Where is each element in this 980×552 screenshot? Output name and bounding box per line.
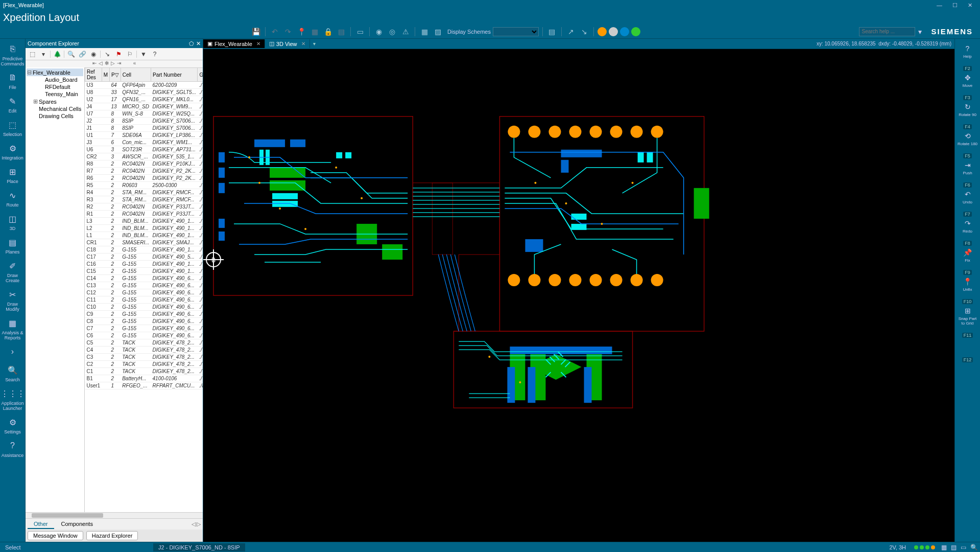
tb-search-icon[interactable]: 🔍 — [66, 50, 76, 59]
undo-icon[interactable]: ↶ — [269, 26, 280, 37]
scroll-thumb[interactable] — [32, 513, 103, 518]
maximize-button[interactable]: ☐ — [950, 2, 960, 9]
table-row[interactable]: L22IND_BLM...DIGIKEY_490_1..../ — [85, 225, 203, 232]
doc-tab-close-icon[interactable]: ✕ — [301, 41, 305, 47]
table-row[interactable]: B12BatteryH...4100-0106./ — [85, 375, 203, 382]
status-layer-icon[interactable]: ▤ — [949, 544, 959, 551]
leftrail-item-6[interactable]: ∿Route — [1, 187, 25, 210]
highlight-icon[interactable]: ◉ — [373, 26, 385, 37]
pcb-canvas[interactable]: B — [203, 49, 954, 542]
bottom-tab[interactable]: Message Window — [28, 531, 83, 540]
tb-flag-icon[interactable]: ⚑ — [114, 50, 123, 59]
tree-expand-icon[interactable]: ⊟ — [27, 69, 32, 76]
table-row[interactable]: C112G-155DIGIKEY_490_6..../Teens — [85, 296, 203, 304]
pin-icon[interactable]: 📍 — [296, 26, 307, 37]
rightrail-item-4[interactable]: F5⇥Push — [955, 151, 980, 177]
table-row[interactable]: C72G-155DIGIKEY_490_6..../Teens — [85, 325, 203, 332]
nav-first-icon[interactable]: ⇤ — [92, 60, 97, 67]
table-row[interactable]: R72RC0402NDIGIKEY_P2_2K..../ — [85, 168, 203, 175]
grid-icon[interactable]: ▦ — [309, 26, 320, 37]
table-row[interactable]: R32STA_RM...DIGIKEY_RMCF..../Teens — [85, 196, 203, 203]
filter-icon[interactable]: ◎ — [387, 26, 398, 37]
search-input[interactable] — [859, 27, 915, 36]
explorer-tab[interactable]: Components — [55, 520, 99, 529]
leftrail-item-7[interactable]: ◫3D — [1, 211, 25, 233]
col-header[interactable]: Group — [198, 68, 203, 82]
tb-goto-icon[interactable]: ↘ — [103, 50, 112, 59]
minimize-button[interactable]: — — [934, 2, 945, 9]
tab-next-icon[interactable]: ▷ — [197, 521, 201, 527]
rightrail-item-10[interactable]: F11 — [955, 331, 980, 352]
table-row[interactable]: L12IND_BLM...DIGIKEY_490_1..../ — [85, 232, 203, 239]
table-row[interactable]: C102G-155DIGIKEY_490_6..../Teens — [85, 304, 203, 311]
table-row[interactable]: C182G-155DIGIKEY_490_1..../ — [85, 246, 203, 254]
sheet-icon[interactable]: ▤ — [546, 26, 558, 37]
leftrail-item-13[interactable]: 🔍Search — [1, 362, 25, 384]
nav-last-icon[interactable]: ⇥ — [117, 60, 121, 67]
doc-tab[interactable]: ◫3D View✕ — [265, 39, 310, 48]
tb-filter-icon[interactable]: ▼ — [139, 50, 148, 59]
board-icon[interactable]: ▭ — [354, 26, 366, 37]
tree-node[interactable]: Teensy_Main — [27, 90, 83, 98]
leftrail-item-14[interactable]: ⋮⋮⋮ApplicationLauncher — [1, 385, 25, 413]
display-schemes-select[interactable] — [493, 27, 539, 36]
table-row[interactable]: R82RC0402NDIGIKEY_P10KJ..../ — [85, 160, 203, 168]
import-icon[interactable]: ↘ — [579, 26, 590, 37]
table-row[interactable]: C132G-155DIGIKEY_490_6..../ — [85, 282, 203, 289]
col-header[interactable]: P▽ — [110, 68, 121, 82]
table-row[interactable]: U833QFN32_...DIGIKEY_SGLT5..../ — [85, 89, 203, 96]
rightrail-item-2[interactable]: F3↻Rotate 90 — [955, 93, 980, 119]
nav-next-icon[interactable]: ▷ — [111, 60, 115, 67]
tb-link-icon[interactable]: 🔗 — [78, 50, 87, 59]
explorer-pin-icon[interactable]: ⬠ — [189, 40, 194, 47]
table-row[interactable]: J288SIPDIGIKEY_S7006..../ — [85, 118, 203, 125]
tree-node[interactable]: Audio_Board — [27, 76, 83, 83]
tab-prev-icon[interactable]: ◁ — [192, 521, 196, 527]
table-row[interactable]: R42STA_RM...DIGIKEY_RMCF..../Teens — [85, 189, 203, 196]
mode-orange-icon[interactable] — [597, 27, 607, 36]
rightrail-item-8[interactable]: F9📍Unfix — [955, 268, 980, 294]
table-row[interactable]: R62RC0402NDIGIKEY_P2_2K..../ — [85, 175, 203, 182]
table-row[interactable]: C22TACKDIGIKEY_478_2..../Teens — [85, 361, 203, 368]
table-row[interactable]: C122G-155DIGIKEY_490_6..../ — [85, 289, 203, 296]
lock-icon[interactable]: 🔒 — [322, 26, 333, 37]
layers-icon[interactable]: ▤ — [336, 26, 347, 37]
tb-help-icon[interactable]: ? — [150, 50, 159, 59]
close-button[interactable]: ✕ — [965, 2, 975, 9]
status-lock-icon[interactable]: ▭ — [959, 544, 968, 551]
tb-dropdown-icon[interactable]: ▾ — [39, 50, 48, 59]
rightrail-item-5[interactable]: F6↶Undo — [955, 180, 980, 206]
warn-icon[interactable]: ⚠ — [400, 26, 411, 37]
rightrail-item-0[interactable]: ?Help — [955, 41, 980, 61]
h-scrollbar[interactable] — [26, 512, 203, 518]
table-row[interactable]: C62G-155DIGIKEY_490_6..../ — [85, 332, 203, 339]
status-grid-icon[interactable]: ▦ — [939, 544, 949, 551]
rightrail-item-11[interactable]: F12 — [955, 355, 980, 377]
leftrail-item-8[interactable]: ▤Planes — [1, 234, 25, 257]
tree-node[interactable]: Mechanical Cells — [27, 105, 83, 112]
table-row[interactable]: C52TACKDIGIKEY_478_2..../Teens — [85, 339, 203, 347]
table-row[interactable]: C152G-155DIGIKEY_490_1..../ — [85, 268, 203, 275]
table-row[interactable]: C172G-155DIGIKEY_490_5..../ — [85, 254, 203, 261]
redo-icon[interactable]: ↷ — [282, 26, 294, 37]
leftrail-item-1[interactable]: 🗎File — [1, 70, 25, 92]
tree-expand-icon[interactable]: ⊞ — [33, 98, 38, 105]
tb-tree-icon[interactable]: 🌲 — [53, 50, 62, 59]
table-row[interactable]: R52R06032500-0300./ — [85, 182, 203, 189]
leftrail-item-15[interactable]: ⚙Settings — [1, 414, 25, 436]
table-row[interactable]: U78WIN_S-8DIGIKEY_W25Q..../ — [85, 110, 203, 118]
scheme2-icon[interactable]: ▨ — [432, 26, 443, 37]
leftrail-item-3[interactable]: ⬚Selection — [1, 117, 25, 139]
table-row[interactable]: U17SDE06ADIGIKEY_LP386..../Teens — [85, 132, 203, 139]
table-row[interactable]: J413MICRO_SDDIGIKEY_WM9..../ — [85, 103, 203, 110]
tb-select-icon[interactable]: ⬚ — [28, 50, 37, 59]
col-header[interactable]: M — [102, 68, 109, 82]
rightrail-item-7[interactable]: F8📌Fix — [955, 239, 980, 265]
explorer-tab[interactable]: Other — [28, 520, 54, 529]
col-header[interactable]: Cell — [121, 68, 151, 82]
table-row[interactable]: U364QFP64pin6200-0209./Teens... — [85, 82, 203, 89]
leftrail-item-0[interactable]: ⎘PredictiveCommands — [1, 41, 25, 68]
scheme-icon[interactable]: ▦ — [419, 26, 430, 37]
tree-node[interactable]: RFDefault — [27, 83, 83, 90]
table-row[interactable]: C12TACKDIGIKEY_478_2..../Teens — [85, 368, 203, 375]
